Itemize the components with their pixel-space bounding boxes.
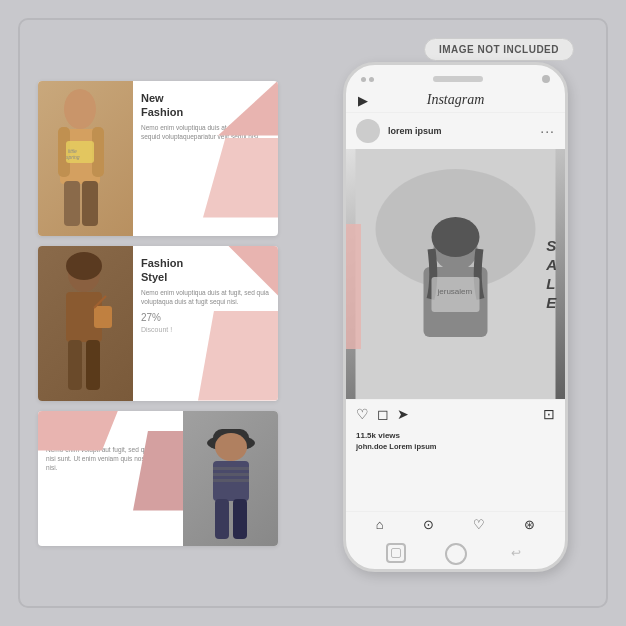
- card-1: little spring NewFashion Nemo enim volup…: [38, 81, 278, 236]
- svg-rect-15: [86, 340, 100, 390]
- svg-rect-22: [213, 479, 249, 482]
- sale-letter-a: A: [546, 256, 557, 273]
- svg-rect-24: [233, 499, 247, 539]
- phone-square-button[interactable]: [386, 543, 406, 563]
- phone-dot-1: [361, 77, 366, 82]
- instagram-caption: john.doe Lorem ipsum: [356, 442, 555, 451]
- instagram-nav-profile[interactable]: ⊛: [524, 517, 535, 532]
- card-2: FashionStyel Nemo enim voluptiqua duis a…: [38, 246, 278, 401]
- instagram-nav-heart[interactable]: ♡: [473, 517, 485, 532]
- instagram-post-image: jerusalem S A L E: [346, 149, 565, 399]
- card-2-person-svg: [38, 246, 133, 401]
- phone-square-inner: [391, 548, 401, 558]
- svg-rect-4: [64, 181, 80, 226]
- card-3-person-svg: [183, 411, 278, 546]
- card-1-photo: little spring: [38, 81, 133, 236]
- svg-rect-23: [215, 499, 229, 539]
- instagram-header: ▶ Instagram: [346, 88, 565, 113]
- card-2-text: FashionStyel Nemo enim voluptiqua duis a…: [133, 246, 278, 401]
- instagram-views: 11.5k views: [356, 431, 555, 440]
- instagram-pink-shape: [346, 224, 361, 349]
- svg-rect-12: [94, 306, 112, 328]
- instagram-send-icon[interactable]: ➤: [397, 406, 409, 422]
- card-3-shape-right: [133, 431, 183, 511]
- instagram-bookmark-icon[interactable]: ⊡: [543, 406, 555, 422]
- svg-text:jerusalem: jerusalem: [437, 287, 473, 296]
- instagram-logo: Instagram: [427, 92, 485, 108]
- instagram-camera-icon[interactable]: ▶: [358, 93, 368, 108]
- card-2-desc: Nemo enim voluptiqua duis at fugit, sed …: [141, 288, 270, 306]
- instagram-action-icons: ♡ ◻ ➤: [356, 406, 543, 422]
- instagram-bottom-nav: ⌂ ⊙ ♡ ⊛: [346, 511, 565, 537]
- instagram-nav-home[interactable]: ⌂: [376, 517, 384, 532]
- instagram-more-dots[interactable]: ···: [540, 123, 555, 139]
- instagram-nav-search[interactable]: ⊙: [423, 517, 434, 532]
- instagram-person-svg: jerusalem: [346, 149, 565, 399]
- instagram-post-info: 11.5k views john.doe Lorem ipsum: [346, 428, 565, 455]
- phone-home-button[interactable]: [445, 543, 467, 565]
- svg-point-18: [215, 433, 247, 461]
- svg-point-0: [64, 89, 96, 129]
- svg-point-10: [66, 252, 102, 280]
- svg-rect-5: [82, 181, 98, 226]
- phone-dot-2: [369, 77, 374, 82]
- phone-container: ▶ Instagram lorem ipsum ···: [343, 62, 588, 592]
- instagram-image-bw: jerusalem: [346, 149, 565, 399]
- phone-outer: ▶ Instagram lorem ipsum ···: [343, 62, 568, 572]
- phone-camera-dots: [361, 77, 374, 82]
- card-1-person-svg: little spring: [38, 81, 133, 236]
- phone-top-bar: [346, 65, 565, 88]
- image-not-included-badge: IMAGE NOT INCLUDED: [424, 38, 574, 61]
- svg-rect-21: [213, 473, 249, 476]
- instagram-caption-lorem: Lorem ipsum: [389, 442, 436, 451]
- instagram-actions-bar: ♡ ◻ ➤ ⊡: [346, 399, 565, 428]
- svg-point-29: [432, 217, 480, 257]
- card-1-text: NewFashion Nemo enim voluptiqua duis at …: [133, 81, 278, 236]
- instagram-username: lorem ipsum: [388, 126, 540, 136]
- phone-bottom-buttons: ↩: [346, 537, 565, 569]
- card-3: New styel Nemo enim volupti aut fugit, s…: [38, 411, 278, 546]
- phone-speaker: [433, 76, 483, 82]
- phone-front-camera: [542, 75, 550, 83]
- sale-letter-l: L: [546, 275, 557, 292]
- instagram-sale-text: S A L E: [546, 237, 557, 311]
- cards-column: little spring NewFashion Nemo enim volup…: [38, 81, 278, 546]
- card-3-photo: [183, 411, 278, 546]
- svg-text:spring: spring: [66, 154, 80, 160]
- instagram-post-bar: lorem ipsum ···: [346, 113, 565, 149]
- sale-letter-e: E: [546, 294, 557, 311]
- instagram-avatar: [356, 119, 380, 143]
- main-container: IMAGE NOT INCLUDED little spring: [18, 18, 608, 608]
- instagram-caption-user: john.doe: [356, 442, 387, 451]
- svg-rect-14: [68, 340, 82, 390]
- instagram-comment-icon[interactable]: ◻: [377, 406, 389, 422]
- phone-back-button[interactable]: ↩: [506, 543, 526, 563]
- instagram-heart-icon[interactable]: ♡: [356, 406, 369, 422]
- svg-rect-20: [213, 467, 249, 470]
- card-2-photo: [38, 246, 133, 401]
- card-1-shape-bottom: [203, 138, 278, 218]
- sale-letter-s: S: [546, 237, 557, 254]
- card-3-text: New styel Nemo enim volupti aut fugit, s…: [38, 411, 183, 546]
